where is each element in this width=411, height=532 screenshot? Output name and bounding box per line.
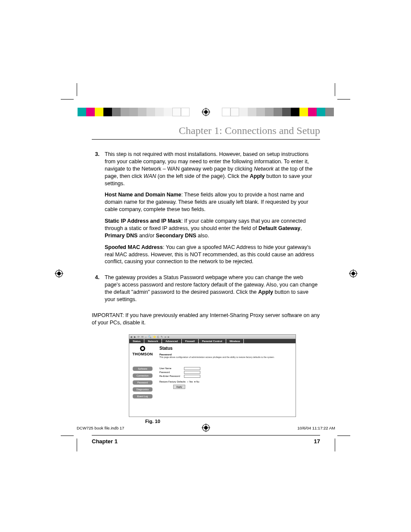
step-number: 4.: [92, 274, 100, 308]
nav-tabs: Status Network Advanced Firewall Parenta…: [129, 339, 296, 343]
step-3: 3. This step is not required with most i…: [92, 151, 320, 270]
slug-line: DCW725 book file.indb 17 10/6/04 11:17:2…: [77, 426, 335, 430]
tab-status[interactable]: Status: [129, 339, 144, 343]
crop-mark: [335, 83, 335, 96]
footer-chapter: Chapter 1: [92, 438, 118, 445]
sidebar-item-password[interactable]: Password: [133, 380, 153, 385]
thomson-logo: THOMSON: [131, 346, 154, 356]
embedded-screenshot: ◀ ▶ ⟳ ✉ ⌂ 🔍 ⭐ ⎙ ✎ ▤ ▦ Status Network Adv…: [129, 334, 296, 417]
page-footer: Chapter 1 17: [92, 435, 320, 445]
restore-defaults-row: Restore Factory Defaults ○ Yes ● No: [159, 380, 292, 383]
registration-mark-icon: [202, 108, 210, 116]
slug-timestamp: 10/6/04 11:17:22 AM: [297, 426, 335, 430]
tab-parental-control[interactable]: Parental Control: [199, 339, 226, 343]
tab-firewall[interactable]: Firewall: [182, 339, 199, 343]
crop-mark: [61, 436, 74, 436]
username-input[interactable]: [184, 367, 200, 370]
apply-button[interactable]: Apply: [173, 385, 185, 389]
tab-advanced[interactable]: Advanced: [162, 339, 182, 343]
step-4: 4. The gateway provides a Status Passwor…: [92, 274, 320, 308]
step-4-p1: The gateway provides a Status Password w…: [105, 274, 320, 303]
slug-file: DCW725 book file.indb 17: [77, 426, 124, 430]
color-bar-left: [78, 108, 190, 116]
sidebar-item-software[interactable]: Software: [133, 367, 153, 371]
sidebar: THOMSON Software Connection Password Dia…: [129, 343, 156, 417]
crop-mark: [335, 439, 335, 451]
chapter-title: Chapter 1: Connections and Setup: [92, 125, 320, 140]
crop-mark: [77, 83, 77, 96]
label-reenter-password: Re-Enter Password: [159, 375, 183, 377]
label-password: Password: [159, 371, 183, 373]
registration-mark-icon: [55, 269, 63, 278]
step-3-p1: This step is not required with most inst…: [105, 151, 320, 187]
panel-description: This page allows configuration of admini…: [159, 356, 292, 358]
important-note: IMPORTANT: If you have previously enable…: [92, 312, 320, 327]
crop-mark: [337, 436, 350, 436]
panel-title: Status: [159, 346, 292, 351]
reenter-password-input[interactable]: [184, 375, 200, 378]
footer-page-number: 17: [314, 438, 320, 445]
password-input[interactable]: [184, 371, 200, 374]
step-3-p2: Host Name and Domain Name: These fields …: [105, 191, 320, 213]
color-bar-right: [222, 108, 334, 116]
step-number: 3.: [92, 151, 100, 270]
registration-mark-icon: [349, 269, 358, 278]
tab-wireless[interactable]: Wireless: [226, 339, 244, 343]
step-3-p4: Spoofed MAC Address: You can give a spoo…: [105, 244, 320, 266]
crop-mark: [61, 99, 74, 100]
step-3-p3: Static IP Address and IP Mask: If your c…: [105, 218, 320, 240]
sidebar-item-event-log[interactable]: Event Log: [133, 394, 153, 398]
tab-network[interactable]: Network: [144, 339, 162, 343]
sidebar-item-diagnostics[interactable]: Diagnostics: [133, 387, 153, 392]
figure-caption: Fig. 10: [145, 419, 320, 424]
crop-mark: [77, 439, 77, 451]
crop-mark: [337, 99, 350, 100]
sidebar-item-connection[interactable]: Connection: [133, 373, 153, 378]
page-content: Chapter 1: Connections and Setup 3. This…: [92, 125, 320, 445]
browser-toolbar: ◀ ▶ ⟳ ✉ ⌂ 🔍 ⭐ ⎙ ✎ ▤ ▦: [129, 335, 296, 339]
label-username: User Name: [159, 367, 183, 370]
